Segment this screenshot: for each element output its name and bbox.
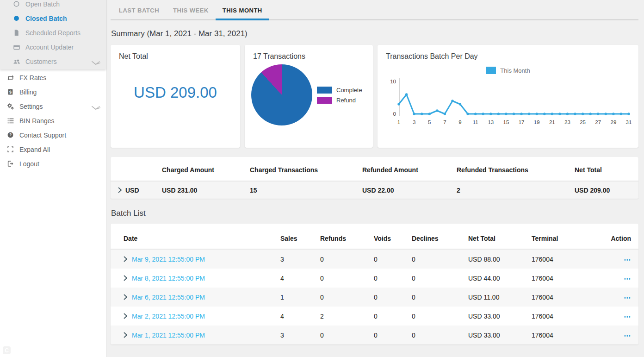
svg-text:11: 11 bbox=[473, 119, 478, 125]
batch-date-link[interactable]: Mar 1, 2021 12:55:00 PM bbox=[132, 332, 205, 339]
batch-terminal: 176004 bbox=[532, 275, 606, 282]
batch-table-header-cell: Sales bbox=[280, 235, 320, 242]
document-icon bbox=[12, 29, 20, 37]
batch-per-day-card: Transactions Batch Per Day This Month 01… bbox=[378, 45, 638, 148]
sidebar-item-label: Billing bbox=[19, 88, 37, 96]
chevron-right-icon[interactable] bbox=[124, 275, 128, 281]
tab-this-month[interactable]: THIS MONTH bbox=[216, 0, 269, 20]
batch-date-link[interactable]: Mar 2, 2021 12:55:00 PM bbox=[132, 313, 205, 320]
main-content: LAST BATCHTHIS WEEKTHIS MONTH Summary (M… bbox=[106, 0, 644, 357]
batch-table-header-cell: Terminal bbox=[532, 235, 606, 242]
line-chart-svg: 010135791113151719212325272931 bbox=[378, 75, 638, 130]
sidebar-item-scheduled-reports[interactable]: Scheduled Reports bbox=[0, 25, 106, 40]
tab-this-week[interactable]: THIS WEEK bbox=[166, 0, 216, 20]
sidebar-item-account-updater[interactable]: Account Updater bbox=[0, 40, 106, 54]
legend-label: This Month bbox=[500, 67, 530, 74]
row-actions-button[interactable]: ••• bbox=[624, 257, 631, 263]
sidebar-item-label: Settings bbox=[19, 103, 43, 110]
batch-table-header-cell: Refunds bbox=[320, 235, 374, 242]
batch-per-day-line-chart: 010135791113151719212325272931 bbox=[378, 75, 638, 130]
summary-table-header-cell: Charged Transactions bbox=[250, 166, 362, 174]
batch-date-link[interactable]: Mar 9, 2021 12:55:00 PM bbox=[132, 256, 205, 263]
sidebar-item-billing[interactable]: $Billing bbox=[0, 85, 106, 99]
logout-icon bbox=[6, 160, 14, 168]
users-icon bbox=[12, 57, 20, 65]
batch-table-header-row: DateSalesRefundsVoidsDeclinesNet TotalTe… bbox=[111, 224, 638, 250]
summary-table-header-cell: Net Total bbox=[575, 166, 638, 174]
transactions-pie-row: CompleteRefund bbox=[245, 64, 373, 125]
sidebar-item-open-batch[interactable]: Open Batch bbox=[0, 0, 106, 11]
sidebar-item-label: Closed Batch bbox=[25, 15, 67, 22]
batch-refunds: 0 bbox=[320, 275, 374, 282]
batch-date-link[interactable]: Mar 6, 2021 12:55:00 PM bbox=[132, 294, 205, 301]
summary-table-row: USDUSD 231.0015USD 22.002USD 209.00 bbox=[111, 181, 638, 199]
batch-action-cell: ••• bbox=[606, 256, 638, 263]
sidebar-item-bin-ranges[interactable]: BIN Ranges bbox=[0, 113, 106, 128]
chevron-right-icon bbox=[118, 187, 122, 193]
batch-sales: 3 bbox=[280, 332, 320, 339]
chevron-right-icon[interactable] bbox=[124, 332, 128, 338]
sidebar-item-closed-batch[interactable]: Closed Batch bbox=[0, 11, 106, 25]
net-total-card-title: Net Total bbox=[111, 45, 240, 61]
sidebar-item-label: BIN Ranges bbox=[19, 117, 54, 125]
svg-text:13: 13 bbox=[488, 119, 494, 125]
sidebar-item-settings[interactable]: Settings bbox=[0, 99, 106, 113]
tab-last-batch[interactable]: LAST BATCH bbox=[112, 0, 166, 20]
summary-charged-transactions: 15 bbox=[250, 187, 362, 194]
svg-text:17: 17 bbox=[519, 119, 525, 125]
sidebar-item-contact-support[interactable]: ?Contact Support bbox=[0, 128, 106, 142]
currency-expander[interactable]: USD bbox=[111, 187, 162, 194]
svg-text:1: 1 bbox=[397, 119, 400, 125]
row-actions-button[interactable]: ••• bbox=[624, 295, 631, 301]
batch-table-row: Mar 6, 2021 12:55:00 PM1000USD 11.001760… bbox=[111, 288, 638, 307]
closed-batch-page: Open BatchClosed BatchScheduled ReportsA… bbox=[0, 0, 644, 357]
summary-table-header-cell: Refunded Transactions bbox=[457, 166, 575, 174]
batch-refunds: 0 bbox=[320, 332, 374, 339]
sidebar-item-expand-all[interactable]: Expand All bbox=[0, 142, 106, 157]
chevron-down-icon[interactable] bbox=[91, 104, 100, 112]
batch-date-link[interactable]: Mar 8, 2021 12:55:00 PM bbox=[132, 275, 205, 282]
sidebar-item-label: FX Rates bbox=[19, 74, 46, 81]
batch-list-table: DateSalesRefundsVoidsDeclinesNet TotalTe… bbox=[111, 224, 638, 344]
brand-logo-icon: C bbox=[3, 346, 11, 354]
row-actions-button[interactable]: ••• bbox=[624, 333, 631, 338]
currency-label: USD bbox=[125, 187, 139, 194]
batch-table-row: Mar 2, 2021 12:55:00 PM4200USD 33.001760… bbox=[111, 307, 638, 326]
legend-label: Refund bbox=[336, 97, 356, 104]
svg-text:25: 25 bbox=[580, 119, 586, 125]
legend-label: Complete bbox=[336, 87, 362, 94]
batch-declines: 0 bbox=[412, 256, 468, 263]
summary-net-total: USD 209.00 bbox=[575, 187, 638, 194]
net-total-value: USD 209.00 bbox=[111, 84, 240, 101]
chevron-right-icon[interactable] bbox=[124, 294, 128, 300]
batch-refunds: 0 bbox=[320, 294, 374, 301]
sidebar-item-label: Account Updater bbox=[25, 44, 74, 51]
batch-declines: 0 bbox=[412, 275, 468, 282]
list-icon bbox=[6, 117, 14, 125]
svg-text:10: 10 bbox=[390, 79, 396, 84]
chevron-right-icon[interactable] bbox=[124, 313, 128, 319]
summary-refunded-amount: USD 22.00 bbox=[362, 187, 457, 194]
batch-voids: 0 bbox=[374, 275, 412, 282]
chevron-down-icon[interactable] bbox=[91, 59, 100, 67]
transactions-pie-chart bbox=[251, 64, 312, 125]
batch-refunds: 0 bbox=[320, 256, 374, 263]
batch-sales: 4 bbox=[280, 275, 320, 282]
batch-action-cell: ••• bbox=[606, 275, 638, 282]
batch-table-row: Mar 8, 2021 12:55:00 PM4000USD 44.001760… bbox=[111, 269, 638, 288]
sidebar-item-logout[interactable]: Logout bbox=[0, 157, 106, 171]
batch-per-day-legend: This Month bbox=[378, 67, 638, 74]
expand-icon bbox=[6, 145, 14, 153]
svg-text:31: 31 bbox=[626, 119, 632, 125]
batch-declines: 0 bbox=[412, 332, 468, 339]
sidebar-item-fx-rates[interactable]: FX Rates bbox=[0, 70, 106, 85]
chevron-right-icon[interactable] bbox=[124, 256, 128, 262]
row-actions-button[interactable]: ••• bbox=[624, 314, 631, 319]
transactions-card-title: 17 Transactions bbox=[245, 45, 373, 61]
batch-table-header-cell: Voids bbox=[374, 235, 412, 242]
sidebar-item-customers[interactable]: Customers bbox=[0, 54, 106, 69]
row-actions-button[interactable]: ••• bbox=[624, 276, 631, 282]
sidebar-item-label: Contact Support bbox=[19, 132, 66, 139]
svg-text:15: 15 bbox=[503, 119, 509, 125]
sidebar-submenu: Open BatchClosed BatchScheduled ReportsA… bbox=[0, 0, 106, 69]
